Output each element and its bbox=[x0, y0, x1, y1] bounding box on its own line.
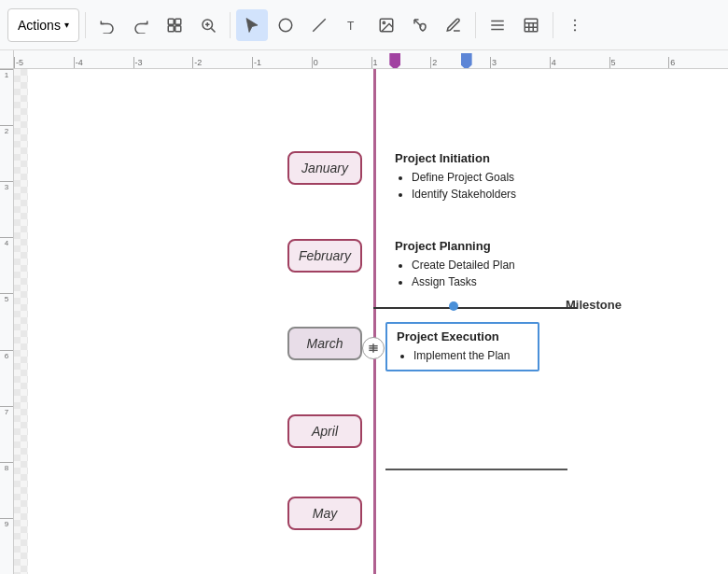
ruler-marker-right bbox=[461, 53, 472, 69]
svg-line-5 bbox=[211, 28, 215, 32]
month-april[interactable]: April bbox=[287, 414, 362, 448]
v-tick: 2 bbox=[0, 125, 13, 181]
v-tick: 9 bbox=[0, 518, 13, 574]
ruler-tick: 4 bbox=[550, 57, 609, 68]
v-tick: 7 bbox=[0, 406, 13, 462]
svg-rect-1 bbox=[175, 19, 181, 24]
align-tool-button[interactable] bbox=[482, 9, 513, 41]
project-planning-title: Project Planning bbox=[395, 239, 515, 253]
project-execution-item-1: Implement the Plan bbox=[413, 347, 528, 364]
svg-rect-0 bbox=[168, 19, 174, 24]
ruler-tick: 3 bbox=[490, 57, 550, 68]
project-initiation-box[interactable]: Project Initiation Define Project Goals … bbox=[385, 146, 525, 208]
shape-picker-button[interactable] bbox=[159, 9, 190, 41]
toolbar-separator-3 bbox=[475, 12, 476, 38]
actions-chevron: ▾ bbox=[64, 20, 69, 30]
toolbar-separator-1 bbox=[85, 12, 86, 38]
shape-tool-button[interactable] bbox=[270, 9, 301, 41]
pen-tool-button[interactable] bbox=[438, 9, 469, 41]
ruler-tick: -4 bbox=[74, 57, 133, 68]
month-may-label: May bbox=[313, 506, 337, 521]
svg-rect-2 bbox=[168, 25, 174, 31]
month-may[interactable]: May bbox=[287, 497, 362, 530]
month-march[interactable]: March bbox=[287, 327, 362, 360]
image-tool-button[interactable] bbox=[371, 9, 402, 41]
ruler-corner bbox=[0, 50, 14, 68]
more-options-button[interactable] bbox=[559, 9, 591, 41]
horizontal-ruler: -5 -4 -3 -2 -1 0 1 2 3 4 5 6 bbox=[0, 50, 728, 69]
ruler-top: -5 -4 -3 -2 -1 0 1 2 3 4 5 6 bbox=[14, 50, 728, 68]
undo-button[interactable] bbox=[91, 9, 123, 41]
empty-horizontal-line bbox=[385, 469, 567, 470]
select-tool-button[interactable] bbox=[236, 9, 268, 41]
march-shape-handle[interactable] bbox=[362, 337, 385, 359]
toolbar-separator-4 bbox=[553, 12, 553, 38]
project-initiation-item-1: Define Project Goals bbox=[412, 169, 516, 186]
ruler-tick: 0 bbox=[312, 57, 371, 68]
project-initiation-item-2: Identify Stakeholders bbox=[412, 186, 516, 203]
vertical-ruler: 1 2 3 4 5 6 7 8 9 bbox=[0, 69, 14, 574]
main-canvas-area: 1 2 3 4 5 6 7 8 9 January February Marc bbox=[0, 69, 728, 574]
redo-button[interactable] bbox=[125, 9, 157, 41]
svg-point-12 bbox=[383, 21, 385, 23]
month-april-label: April bbox=[312, 424, 338, 439]
ruler-tick: -5 bbox=[14, 57, 74, 68]
actions-label: Actions bbox=[18, 18, 61, 33]
ruler-marker-left bbox=[389, 53, 400, 69]
project-execution-list: Implement the Plan bbox=[397, 347, 528, 364]
month-february[interactable]: February bbox=[287, 239, 362, 273]
svg-point-8 bbox=[279, 19, 292, 32]
timeline-line bbox=[373, 69, 376, 574]
v-tick: 6 bbox=[0, 350, 13, 406]
month-february-label: February bbox=[299, 248, 351, 263]
v-tick: 8 bbox=[0, 462, 13, 518]
svg-point-22 bbox=[574, 23, 576, 25]
svg-line-9 bbox=[313, 19, 326, 32]
ruler-tick: -2 bbox=[192, 57, 252, 68]
project-execution-title: Project Execution bbox=[397, 329, 528, 343]
milestone-dot bbox=[449, 301, 458, 311]
drawing-canvas[interactable]: January February March April May bbox=[14, 69, 728, 574]
milestone-connector-line bbox=[373, 307, 577, 309]
project-planning-list: Create Detailed Plan Assign Tasks bbox=[395, 257, 515, 290]
milestone-label: Milestone bbox=[566, 298, 622, 312]
ruler-tick: 5 bbox=[609, 57, 669, 68]
project-initiation-list: Define Project Goals Identify Stakeholde… bbox=[395, 169, 516, 203]
zoom-button[interactable] bbox=[192, 9, 224, 41]
ruler-tick: 6 bbox=[668, 57, 728, 68]
svg-point-21 bbox=[574, 19, 576, 21]
svg-rect-3 bbox=[175, 25, 181, 31]
project-planning-item-2: Assign Tasks bbox=[412, 273, 515, 290]
canvas-content: January February March April May bbox=[28, 69, 728, 574]
line-tool-button[interactable] bbox=[303, 9, 335, 41]
ruler-tick: -3 bbox=[133, 57, 193, 68]
fill-tool-button[interactable] bbox=[404, 9, 436, 41]
project-execution-box[interactable]: Project Execution Implement the Plan bbox=[385, 322, 539, 371]
toolbar-separator-2 bbox=[230, 12, 231, 38]
project-initiation-title: Project Initiation bbox=[395, 151, 516, 165]
ruler-tick: -1 bbox=[252, 57, 312, 68]
month-january[interactable]: January bbox=[287, 151, 362, 185]
project-planning-box[interactable]: Project Planning Create Detailed Plan As… bbox=[385, 233, 525, 296]
v-tick: 5 bbox=[0, 293, 13, 349]
svg-rect-16 bbox=[525, 19, 538, 32]
ruler-tick: 2 bbox=[430, 57, 490, 68]
month-january-label: January bbox=[301, 161, 348, 175]
svg-text:T: T bbox=[347, 19, 355, 32]
project-planning-item-1: Create Detailed Plan bbox=[412, 257, 515, 273]
v-tick: 1 bbox=[0, 69, 13, 125]
table-tool-button[interactable] bbox=[515, 9, 547, 41]
v-tick: 4 bbox=[0, 237, 13, 293]
month-march-label: March bbox=[307, 336, 343, 351]
v-tick: 3 bbox=[0, 181, 13, 237]
actions-button[interactable]: Actions ▾ bbox=[7, 8, 79, 42]
svg-point-23 bbox=[574, 29, 576, 31]
toolbar: Actions ▾ T bbox=[0, 0, 728, 50]
ruler-tick-center: 1 bbox=[371, 57, 431, 68]
text-tool-button[interactable]: T bbox=[337, 9, 369, 41]
